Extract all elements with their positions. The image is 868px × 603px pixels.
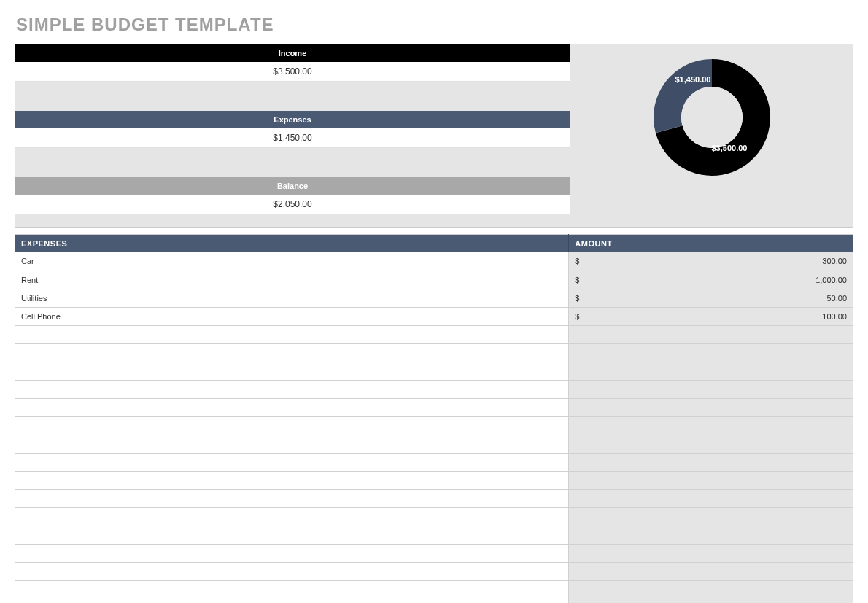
balance-header: Balance [15,177,570,195]
expense-name-cell[interactable] [15,343,569,362]
expense-amount-cell[interactable] [569,398,853,416]
expense-amount-cell[interactable]: $100.00 [569,307,853,325]
table-row [15,416,853,435]
table-row [15,562,853,580]
currency-symbol: $ [575,276,579,284]
currency-symbol: $ [575,312,579,321]
expenses-value: $1,450.00 [15,128,570,148]
expense-amount-cell[interactable] [569,580,853,599]
expense-name-cell[interactable]: Utilities [15,289,569,307]
page-title: SIMPLE BUDGET TEMPLATE [16,15,853,35]
donut-label-income: $3,500.00 [712,144,748,152]
expense-amount-cell[interactable]: $50.00 [569,289,853,307]
donut-chart: $3,500.00 $1,450.00 [570,44,853,227]
expense-name-cell[interactable]: Car [15,252,569,271]
table-row [15,453,853,471]
amount-value: 50.00 [826,294,847,303]
expense-amount-cell[interactable] [569,507,853,526]
expense-name-cell[interactable] [15,507,569,526]
expense-name-cell[interactable]: Cell Phone [15,307,569,325]
table-row: Car$300.00 [15,252,853,271]
col-header-expenses: EXPENSES [15,235,569,253]
expense-amount-cell[interactable] [569,325,853,343]
expense-name-cell[interactable] [15,453,569,471]
expense-amount-cell[interactable] [569,544,853,562]
expense-amount-cell[interactable] [569,416,853,435]
table-row [15,489,853,507]
expense-amount-cell[interactable] [569,562,853,580]
expense-amount-cell[interactable] [569,526,853,544]
expense-name-cell[interactable] [15,398,569,416]
col-header-amount: AMOUNT [569,235,853,253]
expense-amount-cell[interactable] [569,435,853,453]
summary-panel: Income $3,500.00 Expenses $1,450.00 Bala… [15,44,853,228]
expense-name-cell[interactable] [15,544,569,562]
expense-name-cell[interactable] [15,471,569,489]
expenses-header: Expenses [15,111,570,128]
table-row [15,507,853,526]
donut-hole [681,87,743,148]
expense-name-cell[interactable] [15,580,569,599]
table-row [15,343,853,362]
expense-name-cell[interactable] [15,416,569,435]
donut-wrap: $3,500.00 $1,450.00 [646,52,778,183]
expense-amount-cell[interactable] [569,362,853,380]
amount-value: 100.00 [822,312,847,321]
table-row [15,362,853,380]
expense-amount-cell[interactable] [569,380,853,398]
balance-value: $2,050.00 [15,195,570,214]
table-row [15,599,853,603]
table-row [15,544,853,562]
table-row [15,471,853,489]
donut-svg [646,52,778,183]
expense-name-cell[interactable] [15,489,569,507]
expense-name-cell[interactable] [15,562,569,580]
expense-amount-cell[interactable] [569,471,853,489]
table-row [15,580,853,599]
expense-table: EXPENSES AMOUNT Car$300.00Rent$1,000.00U… [15,234,853,603]
expense-name-cell[interactable] [15,325,569,343]
table-row: Utilities$50.00 [15,289,853,307]
table-row [15,398,853,416]
spacer [15,148,570,177]
currency-symbol: $ [575,257,579,265]
amount-value: 1,000.00 [815,276,847,284]
donut-label-expenses: $1,450.00 [675,75,711,84]
currency-symbol: $ [575,294,579,303]
expense-name-cell[interactable] [15,435,569,453]
expense-name-cell[interactable]: Rent [15,271,569,289]
expense-name-cell[interactable] [15,599,569,603]
table-row [15,380,853,398]
expense-amount-cell[interactable] [569,453,853,471]
expense-amount-cell[interactable] [569,343,853,362]
expense-name-cell[interactable] [15,362,569,380]
expense-name-cell[interactable] [15,526,569,544]
expense-amount-cell[interactable] [569,599,853,603]
expense-name-cell[interactable] [15,380,569,398]
spacer [15,214,570,227]
income-header: Income [15,44,570,62]
expense-amount-cell[interactable]: $1,000.00 [569,271,853,289]
spacer [15,82,570,111]
table-row [15,325,853,343]
table-row [15,435,853,453]
summary-column: Income $3,500.00 Expenses $1,450.00 Bala… [15,44,570,227]
table-row: Rent$1,000.00 [15,271,853,289]
expense-amount-cell[interactable]: $300.00 [569,252,853,271]
table-row [15,526,853,544]
expense-amount-cell[interactable] [569,489,853,507]
income-value[interactable]: $3,500.00 [15,62,570,82]
amount-value: 300.00 [822,257,847,265]
table-row: Cell Phone$100.00 [15,307,853,325]
